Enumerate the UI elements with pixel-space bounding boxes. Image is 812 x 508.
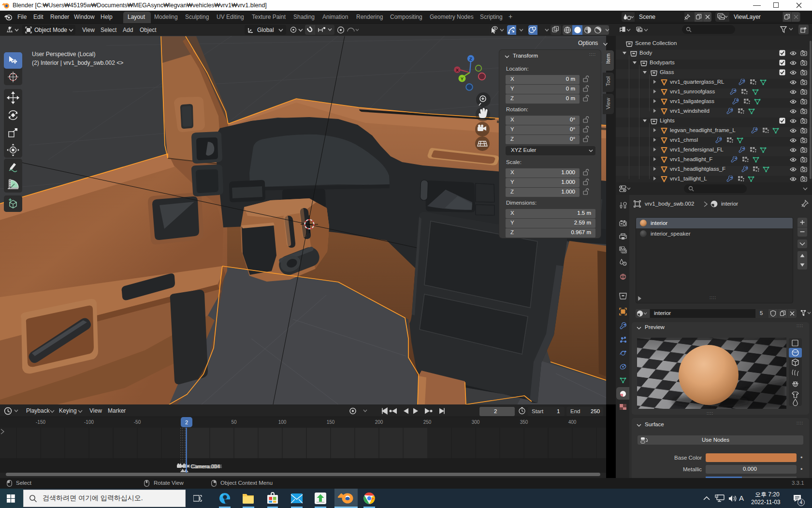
svg-text:400: 400: [568, 419, 577, 425]
svg-text:100: 100: [278, 419, 287, 425]
svg-text:200: 200: [375, 419, 383, 425]
svg-text:300: 300: [472, 419, 480, 425]
svg-text:-150: -150: [36, 419, 45, 425]
svg-text:Y: Y: [461, 76, 464, 81]
svg-text:250: 250: [423, 419, 432, 425]
svg-text:User Perspective (Local): User Perspective (Local): [32, 51, 95, 58]
svg-text:-100: -100: [84, 419, 94, 425]
svg-text:Z: Z: [469, 56, 472, 61]
svg-text:Camera.004: Camera.004: [193, 463, 222, 469]
svg-text:(2) Interior | vrv1_body_swb.0: (2) Interior | vrv1_body_swb.002 <>: [32, 60, 123, 66]
svg-text:2: 2: [185, 419, 188, 425]
svg-text:50: 50: [231, 419, 237, 425]
svg-text:150: 150: [327, 419, 335, 425]
svg-text:-50: -50: [134, 419, 141, 425]
svg-text:350: 350: [520, 419, 528, 425]
svg-text:X: X: [456, 67, 459, 73]
